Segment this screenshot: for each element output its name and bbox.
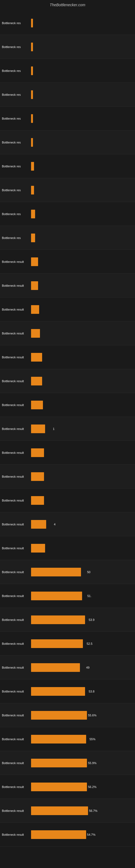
bar-wrapper (31, 18, 134, 29)
bar-label: Bottleneck result (1, 666, 31, 669)
bar-wrapper (31, 89, 134, 100)
bar-fill (31, 90, 33, 99)
bar-row: Bottleneck res (0, 35, 135, 59)
bar-label: Bottleneck res (1, 236, 31, 240)
bar-row: Bottleneck result49 (0, 656, 135, 680)
bar-wrapper (31, 471, 134, 482)
bar-row: Bottleneck result56.7% (0, 799, 135, 823)
bar-row: Bottleneck result (0, 298, 135, 321)
bar-wrapper (31, 65, 134, 76)
bar-row: Bottleneck result (0, 489, 135, 513)
bar-row: Bottleneck result (0, 369, 135, 393)
bar-fill (31, 329, 40, 338)
bar-wrapper (31, 209, 134, 219)
bar-wrapper (31, 543, 134, 554)
bar-label: Bottleneck res (1, 45, 31, 49)
bar-row: Bottleneck result53.8 (0, 680, 135, 703)
bar-label: Bottleneck res (1, 188, 31, 192)
bar-wrapper (31, 256, 134, 267)
bar-row: Bottleneck result (0, 321, 135, 345)
bar-row: Bottleneck res (0, 130, 135, 154)
bar-fill: 49 (31, 663, 80, 672)
bar-value: 54.7% (87, 833, 95, 836)
bar-row: Bottleneck result52.5 (0, 632, 135, 656)
bar-wrapper (31, 400, 134, 410)
bar-label: Bottleneck res (1, 212, 31, 216)
bar-row: Bottleneck result1 (0, 417, 135, 441)
bar-value: 51. (87, 594, 91, 597)
bar-label: Bottleneck result (1, 642, 31, 645)
bar-fill (31, 19, 33, 27)
bar-wrapper: 53.9 (31, 614, 134, 625)
bar-row: Bottleneck res (0, 59, 135, 83)
bar-fill: 4 (31, 520, 46, 529)
bar-row: Bottleneck result54.7% (0, 823, 135, 846)
bar-wrapper (31, 376, 134, 386)
bar-row: Bottleneck res (0, 154, 135, 178)
bar-value: 1 (53, 427, 54, 431)
bar-fill (31, 496, 44, 505)
bar-label: Bottleneck res (1, 165, 31, 168)
bar-row: Bottleneck result51. (0, 584, 135, 608)
bar-value: 4 (54, 523, 55, 526)
bar-fill: 56.2% (31, 782, 87, 791)
bar-wrapper (31, 352, 134, 363)
bar-row: Bottleneck result (0, 345, 135, 369)
bar-label: Bottleneck result (1, 427, 31, 431)
bar-fill: 50 (31, 568, 81, 577)
bar-row: Bottleneck result (0, 536, 135, 560)
bar-value: 50 (87, 570, 90, 574)
bar-row: Bottleneck res (0, 11, 135, 35)
bar-label: Bottleneck res (1, 93, 31, 96)
bar-wrapper: 49 (31, 662, 134, 673)
bar-fill (31, 448, 44, 457)
bar-row: Bottleneck res (0, 106, 135, 130)
bar-row: Bottleneck result55.6% (0, 703, 135, 727)
bar-wrapper (31, 185, 134, 195)
bar-fill: 53.8 (31, 687, 85, 696)
bar-row: Bottleneck res (0, 202, 135, 226)
bar-wrapper: 50 (31, 567, 134, 578)
bar-wrapper (31, 161, 134, 172)
bar-wrapper: 4 (31, 519, 134, 530)
bar-row: Bottleneck result (0, 465, 135, 489)
bar-row: Bottleneck result (0, 250, 135, 274)
bar-label: Bottleneck result (1, 785, 31, 788)
chart-container: Bottleneck resBottleneck resBottleneck r… (0, 8, 135, 849)
bar-row: Bottleneck result (0, 393, 135, 417)
bar-fill (31, 42, 33, 51)
bar-fill: 55.6% (31, 711, 87, 720)
bar-fill (31, 353, 42, 362)
bar-fill (31, 210, 35, 218)
bar-wrapper: 55.6% (31, 710, 134, 721)
bar-fill (31, 281, 38, 290)
bar-label: Bottleneck result (1, 475, 31, 478)
bar-fill: 54.7% (31, 830, 86, 839)
bar-value: 55.9% (88, 762, 96, 765)
bar-label: Bottleneck result (1, 833, 31, 836)
bar-wrapper (31, 328, 134, 339)
bar-label: Bottleneck result (1, 523, 31, 526)
bar-wrapper (31, 137, 134, 148)
bar-fill: 55% (31, 735, 86, 744)
bar-wrapper (31, 447, 134, 458)
bar-fill (31, 114, 33, 123)
bar-fill: 1 (31, 425, 45, 433)
bar-fill (31, 138, 33, 147)
bar-wrapper: 1 (31, 424, 134, 434)
bar-value: 49 (86, 666, 89, 669)
bar-wrapper: 52.5 (31, 638, 134, 649)
bar-wrapper: 56.7% (31, 805, 134, 816)
bar-wrapper: 51. (31, 590, 134, 601)
bar-label: Bottleneck result (1, 260, 31, 264)
bar-wrapper (31, 113, 134, 124)
bar-label: Bottleneck result (1, 379, 31, 383)
bar-row: Bottleneck result56.2% (0, 775, 135, 799)
bar-fill (31, 66, 33, 75)
bar-label: Bottleneck res (1, 117, 31, 120)
bar-fill (31, 472, 44, 481)
bar-fill: 55.9% (31, 759, 87, 767)
bar-label: Bottleneck result (1, 284, 31, 287)
bar-label: Bottleneck result (1, 451, 31, 454)
bar-fill (31, 544, 45, 553)
